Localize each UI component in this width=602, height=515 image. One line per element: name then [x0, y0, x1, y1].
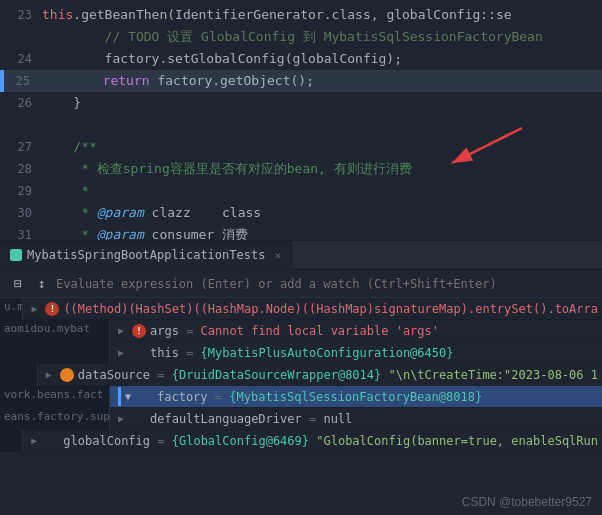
debug-entry-2[interactable]: ▶ this = {MybatisPlusAutoConfiguration@6…: [110, 342, 602, 364]
line-number: 24: [6, 48, 42, 70]
debug-entry-5[interactable]: ▶ defaultLanguageDriver = null: [110, 408, 602, 430]
line-number: 27: [6, 136, 42, 158]
debug-row-0: u.mybatisplus. ▶ ! ((Method)(HashSet)((H…: [0, 298, 602, 320]
entry-text-0: ((Method)(HashSet)((HashMap.Node)((HashM…: [63, 302, 598, 316]
debug-entry-1[interactable]: ▶ ! args = Cannot find local variable 'a…: [110, 320, 602, 342]
line-content: factory.setGlobalConfig(globalConfig);: [42, 48, 402, 70]
expand-arrow: ▶: [31, 435, 45, 446]
left-var-1: aomidou.mybat: [0, 320, 110, 342]
code-line-25: 25 return factory.getObject();: [0, 70, 602, 92]
code-line-23: 23 this.getBeanThen(IdentifierGenerator.…: [0, 4, 602, 26]
entry-text-5: defaultLanguageDriver = null: [150, 412, 352, 426]
code-line-27: 27 /**: [0, 136, 602, 158]
entry-icon-error: !: [132, 324, 146, 338]
expand-arrow-expanded: ▼: [125, 391, 139, 402]
filter-icon: ⊟: [14, 276, 22, 291]
line-number: 28: [6, 158, 42, 180]
code-line-24: 24 factory.setGlobalConfig(globalConfig)…: [0, 48, 602, 70]
line-content: // TODO 设置 GlobalConfig 到 MybatisSqlSess…: [42, 26, 543, 48]
entry-text-1: args = Cannot find local variable 'args': [150, 324, 439, 338]
code-line-29: 29 *: [0, 180, 602, 202]
expand-arrow: ▶: [118, 347, 132, 358]
tab-close-button[interactable]: ×: [274, 249, 281, 262]
debug-panel: ⊟ ↕ u.mybatisplus. ▶ ! ((Method)(HashSet…: [0, 270, 602, 515]
debug-row-3: ▶ dataSource = {DruidDataSourceWrapper@8…: [0, 364, 602, 386]
debug-row-4: vork.beans.fact ▼ factory = {MybatisSqlS…: [0, 386, 602, 408]
tab-icon: [10, 249, 22, 261]
line-number: 23: [6, 4, 42, 26]
left-var-3: [0, 364, 38, 386]
debug-row-6: ▶ globalConfig = {GlobalConfig@6469} "Gl…: [0, 430, 602, 452]
code-line-26: 26 }: [0, 92, 602, 114]
line-number: 30: [6, 202, 42, 224]
tab-label: MybatisSpringBootApplicationTests: [27, 248, 265, 262]
debug-row-1: aomidou.mybat ▶ ! args = Cannot find loc…: [0, 320, 602, 342]
watermark: CSDN @tobebetter9527: [462, 495, 592, 509]
line-content: * @param consumer 消费: [42, 224, 248, 240]
tab-bar: MybatisSpringBootApplicationTests ×: [0, 240, 602, 270]
debug-row-2: ▶ this = {MybatisPlusAutoConfiguration@6…: [0, 342, 602, 364]
entry-text-6: globalConfig = {GlobalConfig@6469} "Glob…: [63, 434, 598, 448]
code-editor: 23 this.getBeanThen(IdentifierGenerator.…: [0, 0, 602, 240]
eval-expression-input[interactable]: [56, 277, 594, 291]
filter-button[interactable]: ⊟: [8, 274, 28, 294]
watermark-text: CSDN @tobebetter9527: [462, 495, 592, 509]
entry-text-3: dataSource = {DruidDataSourceWrapper@801…: [78, 368, 598, 382]
line-number: 25: [4, 70, 40, 92]
line-content: * 检查spring容器里是否有对应的bean, 有则进行消费: [42, 158, 412, 180]
left-var-0: u.mybatisplus.: [0, 298, 23, 320]
line-content: return factory.getObject();: [40, 70, 314, 92]
entry-icon-orange: [60, 368, 74, 382]
sort-icon: ↕: [38, 276, 46, 291]
expand-arrow: ▶: [118, 325, 132, 336]
entry-text-2: this = {MybatisPlusAutoConfiguration@645…: [150, 346, 453, 360]
line-number: 31: [6, 224, 42, 240]
debug-toolbar: ⊟ ↕: [0, 270, 602, 298]
code-line-30: 30 * @param clazz class: [0, 202, 602, 224]
debug-entry-3[interactable]: ▶ dataSource = {DruidDataSourceWrapper@8…: [38, 364, 602, 386]
line-number: 29: [6, 180, 42, 202]
left-var-6: [0, 430, 23, 452]
line-number: 26: [6, 92, 42, 114]
code-line-28: 28 * 检查spring容器里是否有对应的bean, 有则进行消费: [0, 158, 602, 180]
line-content: * @param clazz class: [42, 202, 261, 224]
left-var-5: eans.factory.sup: [0, 408, 110, 430]
line-content: /**: [42, 136, 97, 158]
debug-entry-factory[interactable]: ▼ factory = {MybatisSqlSessionFactoryBea…: [110, 386, 602, 408]
debug-entry-6[interactable]: ▶ globalConfig = {GlobalConfig@6469} "Gl…: [23, 430, 602, 452]
line-content: this.getBeanThen(IdentifierGenerator.cla…: [42, 4, 512, 26]
left-var-2: [0, 342, 110, 364]
debug-row-5: eans.factory.sup ▶ defaultLanguageDriver…: [0, 408, 602, 430]
line-content: *: [42, 180, 89, 202]
code-line-comment1: // TODO 设置 GlobalConfig 到 MybatisSqlSess…: [0, 26, 602, 48]
selected-bar: [118, 387, 121, 406]
entry-text-factory: factory = {MybatisSqlSessionFactoryBean@…: [157, 390, 482, 404]
code-line-31: 31 * @param consumer 消费: [0, 224, 602, 240]
expand-arrow: ▶: [118, 413, 132, 424]
expand-arrow: ▶: [46, 369, 60, 380]
debug-entry-0[interactable]: ▶ ! ((Method)(HashSet)((HashMap.Node)((H…: [23, 298, 602, 320]
entry-icon-error: !: [45, 302, 59, 316]
sort-button[interactable]: ↕: [32, 274, 52, 294]
line-content: }: [42, 92, 81, 114]
left-var-4: vork.beans.fact: [0, 386, 110, 408]
code-line-empty: [0, 114, 602, 136]
debug-entries-list: u.mybatisplus. ▶ ! ((Method)(HashSet)((H…: [0, 298, 602, 515]
expand-arrow: ▶: [31, 303, 45, 314]
tab-mybatis[interactable]: MybatisSpringBootApplicationTests ×: [0, 241, 292, 269]
